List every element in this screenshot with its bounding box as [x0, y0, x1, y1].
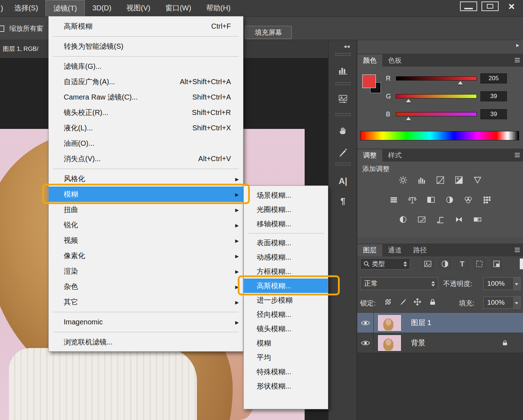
color-spectrum-ramp[interactable] [360, 131, 519, 140]
submenu-item-motion-blur[interactable]: 动感模糊... [244, 250, 328, 264]
menubar-item-window[interactable]: 窗口(W) [158, 0, 199, 16]
invert-icon[interactable] [398, 215, 408, 224]
layer-visibility-cell[interactable] [357, 313, 374, 333]
lock-paint-icon[interactable] [399, 298, 407, 306]
histogram-panel-icon[interactable] [335, 62, 351, 78]
red-slider-thumb[interactable] [458, 81, 463, 85]
channel-mixer-icon[interactable] [464, 195, 473, 204]
tab-layers[interactable]: 图层 [357, 244, 382, 256]
minimize-button[interactable] [460, 1, 477, 11]
dropdown-arrow-icon[interactable] [512, 277, 520, 290]
menu-item-oil-paint[interactable]: 油画(O)... [49, 136, 243, 151]
blend-mode-dropdown[interactable]: 正常 [360, 277, 438, 290]
red-slider[interactable] [396, 76, 477, 81]
red-value-field[interactable]: 205 [480, 73, 507, 83]
submenu-item-shape-blur[interactable]: 形状模糊... [244, 379, 328, 393]
menu-item-pixelate[interactable]: 像素化 ▶ [49, 248, 243, 264]
vibrance-icon[interactable] [473, 176, 482, 184]
checkbox-fragment[interactable] [0, 25, 4, 32]
panel-grip[interactable] [335, 53, 351, 56]
menu-item-sharpen[interactable]: 锐化 ▶ [49, 217, 243, 233]
menu-item-gaussian-blur-repeat[interactable]: 高斯模糊 Ctrl+F [49, 19, 243, 34]
menu-item-vanishing-point[interactable]: 消失点(V)... Alt+Ctrl+V [49, 151, 243, 166]
filter-pixel-layers-icon[interactable] [422, 259, 433, 269]
posterize-icon[interactable] [417, 215, 426, 224]
hand-panel-icon[interactable] [335, 122, 351, 138]
filter-shape-layers-icon[interactable] [474, 259, 485, 269]
levels-icon[interactable] [417, 176, 426, 184]
menubar-item-filter[interactable]: 滤镜(T) [45, 0, 85, 16]
lock-position-icon[interactable] [413, 298, 422, 306]
brush-panel-icon[interactable] [335, 145, 351, 160]
panel-menu-icon[interactable] [515, 248, 520, 252]
hue-saturation-icon[interactable] [389, 195, 398, 204]
layer-visibility-cell[interactable] [357, 333, 374, 353]
curves-icon[interactable] [436, 176, 445, 184]
panel-grip[interactable] [335, 82, 351, 85]
fill-dropdown[interactable]: 100% [483, 296, 520, 309]
menu-item-convert-smart-filters[interactable]: 转换为智能滤镜(S) [49, 39, 243, 54]
panel-grip[interactable] [335, 163, 351, 165]
maximize-button[interactable] [481, 1, 499, 11]
submenu-item-iris-blur[interactable]: 光圈模糊... [244, 202, 328, 217]
panel-menu-icon[interactable] [515, 153, 520, 157]
tab-color[interactable]: 颜色 [357, 54, 382, 67]
exposure-icon[interactable] [454, 176, 464, 184]
gradient-map-icon[interactable] [473, 215, 482, 224]
menu-item-noise[interactable]: 杂色 ▶ [49, 279, 243, 294]
opacity-dropdown[interactable]: 100% [483, 277, 520, 290]
menu-item-imagenomic[interactable]: Imagenomic ▶ [49, 314, 243, 330]
panel-menu-icon[interactable] [515, 58, 520, 62]
layer-row-layer1[interactable]: 图层 1 [357, 313, 523, 333]
fill-screen-button[interactable]: 填充屏幕 [245, 26, 292, 39]
tab-paths[interactable]: 路径 [407, 244, 432, 256]
menu-item-browse-filters-online[interactable]: 浏览联机滤镜... [49, 334, 243, 350]
panel-grip[interactable] [335, 113, 351, 116]
dropdown-arrow-icon[interactable] [512, 297, 520, 308]
filter-smart-objects-icon[interactable] [491, 259, 502, 269]
paragraph-panel-icon[interactable]: ¶ [335, 193, 351, 209]
tab-adjustments[interactable]: 调整 [357, 149, 382, 161]
blue-value-field[interactable]: 39 [480, 109, 507, 119]
tab-swatches[interactable]: 色板 [382, 54, 407, 67]
blue-slider-thumb[interactable] [406, 117, 411, 120]
layer-thumbnail[interactable] [378, 315, 401, 331]
layer-thumbnail[interactable] [378, 335, 401, 351]
layer-row-background[interactable]: 背景 [357, 333, 523, 353]
properties-panel-icon[interactable] [335, 91, 351, 107]
menu-item-lens-correction[interactable]: 镜头校正(R)... Shift+Ctrl+R [49, 105, 243, 120]
close-button[interactable]: × [503, 1, 520, 11]
brightness-contrast-icon[interactable] [398, 176, 408, 184]
green-slider-thumb[interactable] [406, 99, 411, 102]
layer-name[interactable]: 背景 [411, 338, 425, 348]
submenu-item-surface-blur[interactable]: 表面模糊... [244, 236, 328, 250]
photo-filter-icon[interactable] [445, 195, 454, 204]
color-balance-icon[interactable] [408, 195, 417, 204]
tab-channels[interactable]: 通道 [382, 244, 407, 256]
menu-item-adaptive-wide-angle[interactable]: 自适应广角(A)... Alt+Shift+Ctrl+A [49, 74, 243, 90]
panel-expand-icon[interactable]: ▶ [516, 43, 519, 48]
menubar-item-help[interactable]: 帮助(H) [199, 0, 238, 16]
menubar-item-view[interactable]: 视图(V) [119, 0, 158, 16]
menu-item-video[interactable]: 视频 ▶ [49, 233, 243, 248]
submenu-item-average[interactable]: 平均 [244, 350, 328, 365]
layer-name[interactable]: 图层 1 [411, 318, 431, 328]
menu-item-filter-gallery[interactable]: 滤镜库(G)... [49, 59, 243, 74]
collapse-panels-icon[interactable]: ◀◀ [344, 44, 350, 48]
color-lookup-icon[interactable] [482, 195, 491, 204]
submenu-item-radial-blur[interactable]: 径向模糊... [244, 307, 328, 322]
submenu-item-field-blur[interactable]: 场景模糊... [244, 188, 328, 202]
blue-slider[interactable] [396, 112, 477, 116]
black-white-icon[interactable] [426, 195, 436, 204]
lock-transparency-icon[interactable] [384, 298, 392, 306]
menu-item-other[interactable]: 其它 ▶ [49, 294, 243, 310]
menu-item-render[interactable]: 渲染 ▶ [49, 264, 243, 279]
filter-type-layers-icon[interactable]: T [457, 259, 468, 269]
zoom-all-windows-label[interactable]: 缩放所有窗 [9, 17, 43, 40]
green-value-field[interactable]: 39 [480, 91, 507, 101]
green-slider[interactable] [396, 94, 477, 98]
lock-all-icon[interactable] [428, 298, 437, 306]
submenu-item-tilt-shift-blur[interactable]: 移轴模糊... [244, 217, 328, 231]
menubar-item-select[interactable]: 选择(S) [7, 0, 46, 16]
submenu-item-smart-blur[interactable]: 特殊模糊... [244, 365, 328, 379]
